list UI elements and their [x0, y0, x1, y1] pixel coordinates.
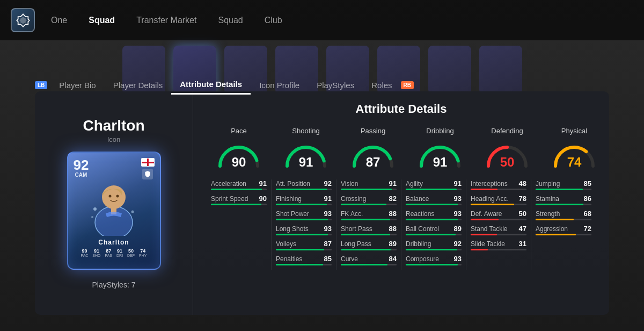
- shield-icon: [142, 169, 153, 179]
- stat-bar-fill: [211, 189, 262, 190]
- stat-value-label: 31: [513, 240, 526, 248]
- stat-bar-bg: [341, 234, 397, 235]
- stat-bar-bg: [471, 189, 526, 190]
- stat-row: Crossing82: [341, 195, 397, 205]
- stat-bar-bg: [341, 264, 397, 265]
- stat-row: Curve84: [341, 255, 397, 265]
- stat-name-label: Crossing: [341, 195, 380, 203]
- stat-bar-bg: [536, 189, 591, 190]
- nav-one[interactable]: One: [51, 16, 67, 25]
- stats-column-4: Interceptions48Heading Acc.78Def. Aware5…: [466, 179, 531, 270]
- gauge-shooting-value: 91: [299, 156, 313, 169]
- stat-name-label: Sprint Speed: [211, 195, 250, 203]
- stat-row: Att. Position92: [276, 179, 332, 190]
- stat-bar-fill: [471, 204, 514, 205]
- tab-player-bio[interactable]: Player Bio: [50, 76, 104, 94]
- stat-row: FK Acc.88: [341, 210, 397, 220]
- stat-row: Heading Acc.78: [471, 195, 526, 205]
- stat-bar-bg: [536, 234, 591, 235]
- gauge-dribbling-label: Dribbling: [426, 127, 453, 135]
- stat-bar-fill: [341, 249, 391, 250]
- stat-name-label: Jumping: [536, 180, 575, 188]
- stat-value-label: 88: [383, 225, 397, 233]
- card-rating: 92 CAM: [74, 158, 89, 178]
- card-stats-row: 90 PAC 91 SHO 87 PAS 91 DRI 50 DEF: [80, 248, 147, 257]
- gauge-pace-value: 90: [232, 156, 246, 169]
- stat-value-label: 87: [318, 240, 332, 248]
- stat-name-label: Short Pass: [341, 225, 380, 233]
- stat-bar-fill: [471, 234, 497, 235]
- stat-name-label: Dribbling: [406, 240, 445, 248]
- gauge-physical-label: Physical: [561, 127, 587, 135]
- stat-bar-bg: [471, 249, 526, 250]
- stat-value-label: 78: [513, 195, 526, 203]
- card-stat-2: 87 PAS: [105, 248, 113, 257]
- stat-name-label: FK Acc.: [341, 210, 380, 218]
- stat-row: Jumping85: [536, 179, 591, 190]
- stat-value-label: 88: [383, 210, 397, 218]
- stat-row: Acceleration91: [211, 179, 267, 190]
- gauge-shooting-label: Shooting: [292, 127, 319, 135]
- stat-name-label: Interceptions: [471, 180, 510, 188]
- tab-attribute-details[interactable]: Attribute Details: [171, 75, 251, 95]
- stat-name-label: Finishing: [276, 195, 315, 203]
- stat-row: Agility91: [406, 179, 462, 190]
- stat-row: Long Shots93: [276, 225, 332, 235]
- stat-name-label: Long Pass: [341, 240, 380, 248]
- stat-bar-fill: [341, 189, 392, 190]
- gauge-physical-visual: 74: [550, 139, 598, 169]
- nav-links: One Squad Transfer Market Squad Club: [51, 16, 282, 25]
- nav-squad[interactable]: Squad: [89, 16, 115, 25]
- card-position: CAM: [75, 172, 87, 178]
- player-image-area: [79, 182, 149, 236]
- stat-value-label: 48: [513, 179, 526, 188]
- stat-row: Penalties85: [276, 255, 332, 265]
- card-player-name: Charlton: [98, 239, 129, 246]
- stat-bar-fill: [276, 234, 328, 235]
- nav-transfer[interactable]: Transfer Market: [136, 16, 196, 25]
- stat-row: Long Pass89: [341, 240, 397, 250]
- stat-bar-fill: [471, 189, 497, 190]
- stat-row: Shot Power93: [276, 210, 332, 220]
- nav-squad2[interactable]: Squad: [218, 16, 243, 25]
- stat-bar-bg: [471, 204, 526, 205]
- stat-name-label: Vision: [341, 180, 380, 188]
- stat-bar-fill: [406, 234, 456, 235]
- stat-value-label: 92: [318, 179, 332, 188]
- gauge-pace-label: Pace: [231, 127, 247, 135]
- nav-club[interactable]: Club: [265, 16, 282, 25]
- stat-bar-bg: [536, 204, 591, 205]
- stat-bar-fill: [276, 249, 324, 250]
- gauge-passing-visual: 87: [349, 139, 397, 169]
- stats-column-2: Vision91Crossing82FK Acc.88Short Pass88L…: [336, 179, 401, 270]
- stat-value-label: 47: [513, 225, 526, 233]
- gauge-dribbling: Dribbling 91: [408, 127, 472, 169]
- lb-badge: LB: [35, 81, 47, 89]
- stat-row: Slide Tackle31: [471, 240, 526, 250]
- stats-column-1: Att. Position92Finishing91Shot Power93Lo…: [272, 179, 336, 270]
- tab-playstyles[interactable]: PlayStyles: [308, 76, 363, 94]
- stat-bar-fill: [536, 234, 576, 235]
- stat-value-label: 93: [448, 210, 462, 218]
- tab-roles[interactable]: Roles: [363, 76, 400, 94]
- gauge-shooting-visual: 91: [282, 139, 330, 169]
- stat-bar-fill: [536, 219, 574, 220]
- gauge-physical-value: 74: [567, 156, 582, 169]
- gauge-passing-label: Passing: [361, 127, 385, 135]
- playstyles-info: PlayStyles: 7: [92, 280, 136, 289]
- categories-row: Pace 90 Shooting 91: [207, 127, 596, 169]
- flag-icon: [141, 158, 155, 167]
- stats-column-3: Agility91Balance93Reactions93Ball Contro…: [401, 179, 466, 270]
- stat-name-label: Volleys: [276, 240, 315, 248]
- stat-row: Short Pass88: [341, 225, 397, 235]
- stat-row: Vision91: [341, 179, 397, 190]
- tab-player-details[interactable]: Player Details: [105, 76, 172, 94]
- stat-bar-fill: [471, 219, 499, 220]
- gauge-dribbling-visual: 91: [416, 139, 464, 169]
- stat-value-label: 86: [578, 195, 591, 203]
- tab-navigation: LB Player Bio Player Details Attribute D…: [35, 75, 609, 95]
- card-rating-num: 92: [74, 158, 89, 172]
- stat-row: Volleys87: [276, 240, 332, 250]
- stat-row: Stand Tackle47: [471, 225, 526, 235]
- tab-icon-profile[interactable]: Icon Profile: [251, 76, 308, 94]
